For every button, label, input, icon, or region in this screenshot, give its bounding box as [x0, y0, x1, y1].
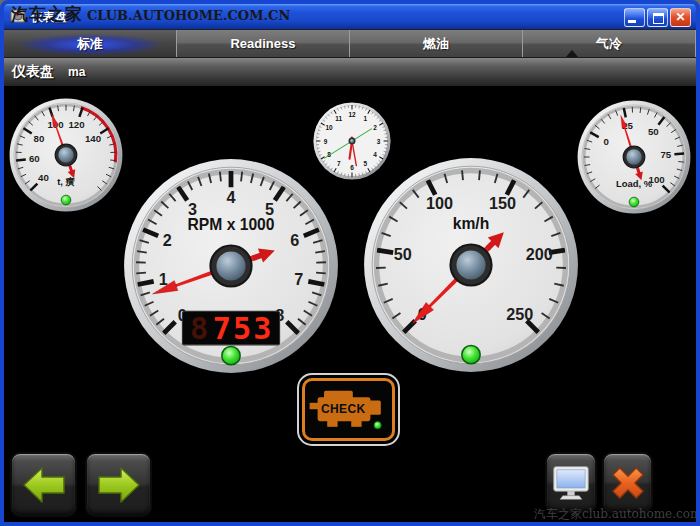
svg-text:6: 6 [290, 231, 299, 249]
svg-text:75: 75 [660, 149, 671, 160]
svg-text:150: 150 [489, 194, 516, 212]
close-button[interactable]: ✕ [670, 8, 691, 27]
app-icon [10, 8, 26, 24]
exit-x-icon [608, 462, 648, 504]
monitor-icon [551, 462, 591, 504]
svg-text:120: 120 [68, 119, 84, 130]
svg-text:11: 11 [335, 115, 342, 122]
rpm-gauge: 012345678RPM x 10008753 [123, 158, 339, 374]
tab-bar: 标准 Readiness 燃油 气冷 [4, 29, 696, 57]
svg-text:140: 140 [85, 133, 101, 144]
svg-text:1: 1 [363, 115, 367, 122]
svg-text:8: 8 [190, 311, 210, 346]
svg-text:6: 6 [350, 164, 354, 171]
close-icon: ✕ [675, 10, 685, 24]
svg-text:5: 5 [265, 200, 274, 218]
coolant-temp-gauge: 406080100120140t, 癀 [9, 98, 123, 212]
speed-gauge: 050100150200250km/h [363, 157, 579, 373]
title-bar: 仪表盘 汽车之家CLUB.AUTOHOME.COM.CN ✕ [4, 4, 696, 29]
maximize-button[interactable] [647, 8, 668, 27]
page-title: 仪表盘 [12, 63, 54, 81]
svg-text:12: 12 [348, 111, 356, 118]
check-label: CHECK [321, 403, 366, 417]
svg-text:Load, %: Load, % [616, 178, 653, 189]
tab-readiness[interactable]: Readiness [177, 30, 350, 57]
tab-standard[interactable]: 标准 [4, 30, 177, 57]
svg-text:2: 2 [163, 231, 172, 249]
next-button[interactable] [85, 452, 152, 517]
svg-text:250: 250 [506, 305, 533, 323]
svg-text:10: 10 [325, 124, 333, 131]
load-gauge: 0255075100Load, % [577, 100, 691, 214]
gauge-panel: 406080100120140t, 癀 123456789101112 0255… [4, 86, 696, 522]
svg-text:t, 癀: t, 癀 [57, 176, 75, 187]
prev-button[interactable] [10, 452, 77, 517]
svg-text:100: 100 [426, 194, 453, 212]
page-unit: ma [68, 65, 85, 79]
svg-text:80: 80 [34, 133, 45, 144]
dashboard-window: 仪表盘 汽车之家CLUB.AUTOHOME.COM.CN ✕ 标准 Readin… [0, 0, 700, 526]
minimize-button[interactable] [624, 8, 645, 27]
svg-text:753: 753 [213, 311, 274, 346]
svg-text:50: 50 [648, 126, 659, 137]
svg-text:0: 0 [603, 136, 608, 147]
right-arrow-icon [95, 463, 143, 507]
svg-text:9: 9 [324, 138, 328, 145]
check-engine-icon: CHECK [308, 383, 388, 435]
svg-text:3: 3 [377, 138, 381, 145]
svg-text:60: 60 [29, 153, 40, 164]
watermark-site-url: CLUB.AUTOHOME.COM.CN [87, 8, 290, 23]
svg-text:2: 2 [373, 124, 377, 131]
svg-text:km/h: km/h [453, 215, 490, 232]
minimize-icon [628, 20, 636, 23]
svg-text:50: 50 [394, 245, 412, 263]
tab-fuel[interactable]: 燃油 [350, 30, 523, 57]
maximize-icon [653, 13, 664, 24]
svg-text:3: 3 [188, 200, 197, 218]
sub-header: 仪表盘 ma [4, 57, 696, 86]
svg-text:4: 4 [226, 188, 235, 206]
monitor-button[interactable] [545, 452, 597, 513]
svg-text:7: 7 [294, 270, 303, 288]
left-arrow-icon [20, 463, 68, 507]
tab-air-cooling[interactable]: 气冷 [523, 30, 696, 57]
svg-text:40: 40 [38, 172, 49, 183]
check-led [375, 422, 382, 429]
exit-button[interactable] [602, 452, 653, 513]
svg-text:200: 200 [526, 245, 553, 263]
more-tabs-arrow-icon[interactable] [566, 50, 578, 57]
window-title: 仪表盘 [31, 9, 67, 26]
check-engine-indicator: CHECK [297, 373, 400, 446]
svg-text:RPM x 1000: RPM x 1000 [187, 216, 274, 233]
